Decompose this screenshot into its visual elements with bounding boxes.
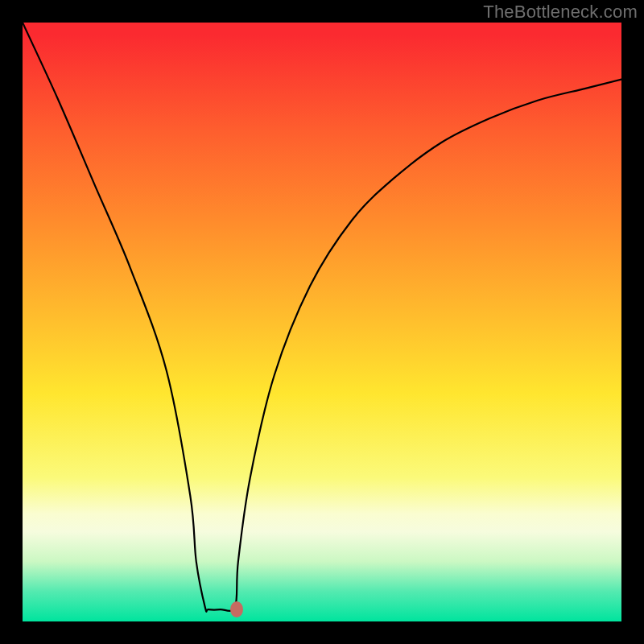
watermark-label: TheBottleneck.com (483, 2, 638, 23)
curve-svg (23, 23, 621, 621)
chart-frame: TheBottleneck.com (0, 0, 644, 644)
plot-area (23, 23, 621, 621)
optimal-point-marker (230, 601, 243, 617)
bottleneck-curve (23, 23, 621, 612)
